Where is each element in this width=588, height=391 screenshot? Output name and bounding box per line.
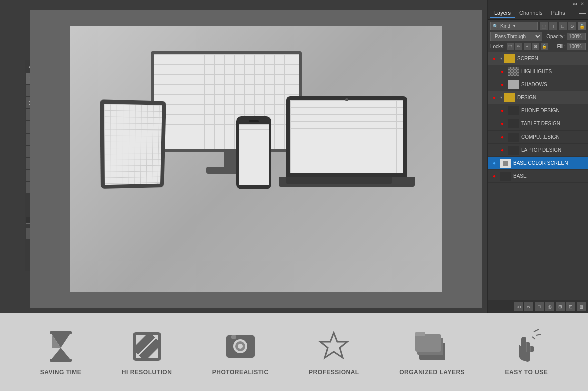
panel-collapse-btn[interactable]: ◂◂: [571, 1, 579, 7]
device-phone: [236, 116, 271, 189]
layer-phone-design[interactable]: ● PHONE DESIGN: [488, 104, 588, 117]
saving-time-icon: [43, 329, 79, 365]
search-kind-label[interactable]: Kind: [500, 23, 510, 29]
layer-eye-shadows[interactable]: ●: [498, 81, 506, 89]
layer-thumb-highlights: [508, 67, 519, 76]
footer-mask-btn[interactable]: □: [535, 302, 544, 311]
tab-channels[interactable]: Channels: [515, 8, 546, 18]
layer-name-design: DESIGN: [517, 95, 586, 100]
layer-eye-highlights[interactable]: ●: [498, 68, 506, 76]
laptop-keyboard: [286, 177, 392, 184]
layer-thumb-base-color: [500, 159, 511, 168]
footer-go-btn[interactable]: GO: [514, 302, 523, 311]
easy-to-use-icon: [508, 329, 544, 365]
tab-layers[interactable]: Layers: [490, 8, 515, 18]
lock-transparent[interactable]: ⬚: [507, 43, 514, 50]
professional-icon: [316, 329, 352, 365]
locks-row: Locks: ⬚ ✏ + ⊡ 🔒 Fill:: [490, 43, 586, 50]
layer-compu-design[interactable]: ● COMPU...ESIGN: [488, 131, 588, 144]
search-container: 🔍 Kind ▾: [490, 22, 538, 30]
layer-name-laptop-design: LAPTOP DESIGN: [521, 147, 586, 153]
hi-resolution-label: HI RESOLUTION: [122, 369, 172, 376]
search-dropdown-icon[interactable]: ▾: [513, 24, 515, 28]
layer-name-base: BASE: [513, 173, 586, 179]
lock-image[interactable]: ✏: [515, 43, 522, 50]
layer-type-shape[interactable]: □: [559, 22, 567, 30]
footer-fx-btn[interactable]: fx: [524, 302, 533, 311]
layer-type-text[interactable]: T: [549, 22, 557, 30]
panel-close-btn[interactable]: ✕: [579, 1, 586, 7]
svg-rect-18: [415, 334, 441, 352]
opacity-input[interactable]: [567, 33, 586, 40]
laptop-screen-part: [286, 96, 407, 177]
organized-layers-label: ORGANIZED LAYERS: [399, 369, 465, 376]
layer-design[interactable]: ● ▾ DESIGN: [488, 91, 588, 104]
layer-type-pixel[interactable]: ⬚: [540, 22, 548, 30]
easy-to-use-label: EASY TO USE: [505, 369, 548, 376]
svg-line-21: [536, 334, 541, 335]
layer-eye-phone-design[interactable]: ●: [498, 107, 506, 115]
layer-eye-design[interactable]: ●: [490, 94, 498, 102]
photorealistic-label: PHOTOREALISTIC: [212, 369, 269, 376]
device-laptop: [286, 96, 427, 197]
layer-name-compu-design: COMPU...ESIGN: [521, 134, 586, 140]
monitor-screen-grid: [154, 54, 299, 149]
blend-opacity-row: Pass Through Opacity:: [490, 32, 586, 41]
layer-thumb-shadows: [508, 80, 519, 89]
lock-all[interactable]: 🔒: [541, 43, 548, 50]
feature-hi-resolution: HI RESOLUTION: [122, 329, 172, 376]
layer-laptop-design[interactable]: ● LAPTOP DESIGN: [488, 144, 588, 157]
laptop-base: [279, 177, 415, 187]
search-row: 🔍 Kind ▾ ⬚ T □ ⊙ 🔒: [490, 22, 586, 30]
layer-eye-laptop-design[interactable]: ●: [498, 146, 506, 154]
blend-mode-select[interactable]: Pass Through: [490, 32, 542, 41]
layer-eye-tablet-design[interactable]: ●: [498, 120, 506, 128]
feature-organized-layers: ORGANIZED LAYERS: [399, 329, 465, 376]
phone-screen: [239, 124, 269, 185]
footer-delete-btn[interactable]: 🗑: [577, 302, 586, 311]
layer-type-lock[interactable]: 🔒: [578, 22, 586, 30]
panel-menu-icon[interactable]: [579, 10, 586, 17]
professional-label: PROFESSIONAL: [309, 369, 359, 376]
layer-shadows[interactable]: ● SHADOWS: [488, 78, 588, 91]
layer-eye-base[interactable]: ●: [490, 172, 498, 180]
footer-new-layer-btn[interactable]: ⊡: [566, 302, 575, 311]
layer-eye-base-color[interactable]: ●: [490, 159, 498, 167]
svg-rect-19: [415, 332, 425, 336]
panel-controls: 🔍 Kind ▾ ⬚ T □ ⊙ 🔒 Pass Through Opacity:: [488, 20, 588, 52]
layer-name-tablet-design: TABLET DESIGN: [521, 121, 586, 126]
layer-highlights[interactable]: ● HIGHLIGHTS: [488, 65, 588, 78]
layer-thumb-screen: [504, 54, 515, 63]
footer-adjustment-btn[interactable]: ◎: [545, 302, 554, 311]
svg-rect-12: [231, 335, 236, 339]
layer-eye-screen[interactable]: ●: [490, 55, 498, 63]
canvas: [70, 26, 442, 292]
fill-input[interactable]: [567, 43, 586, 50]
device-tablet: [101, 101, 166, 189]
panel-footer: GO fx □ ◎ ⊞ ⊡ 🗑: [488, 300, 588, 313]
photoshop-workspace: ◂◂ ✕ ⬚ ✛ ⌒ ✲ ⛶ ⁘ ✻ ✏ ⎌ ⟳ ◻ ▤ ● ◑: [0, 0, 588, 313]
phone-body: [236, 116, 271, 189]
svg-rect-0: [50, 331, 72, 334]
locks-label: Locks:: [490, 44, 505, 49]
tab-paths[interactable]: Paths: [547, 8, 569, 18]
organized-layers-icon: [414, 329, 450, 365]
footer-group-btn[interactable]: ⊞: [556, 302, 565, 311]
monitor-screen: [151, 51, 302, 152]
layer-eye-compu-design[interactable]: ●: [498, 133, 506, 141]
layer-screen[interactable]: ● ▾ SCREEN: [488, 52, 588, 65]
lock-position[interactable]: +: [524, 43, 531, 50]
feature-saving-time: SAVING TIME: [40, 329, 82, 376]
layer-thumb-laptop-design: [508, 146, 519, 155]
layer-base[interactable]: ● BASE: [488, 170, 588, 183]
feature-easy-to-use: EASY TO USE: [505, 329, 548, 376]
layer-name-highlights: HIGHLIGHTS: [521, 69, 586, 74]
layer-name-phone-design: PHONE DESIGN: [521, 108, 586, 113]
layer-base-color-screen[interactable]: ● BASE COLOR SCREEN: [488, 157, 588, 170]
feature-photorealistic: PHOTOREALISTIC: [212, 329, 269, 376]
layer-type-smart[interactable]: ⊙: [568, 22, 576, 30]
panel-type-icons: ⬚ T □ ⊙ 🔒: [540, 22, 586, 30]
lock-artboard[interactable]: ⊡: [532, 43, 539, 50]
layer-tablet-design[interactable]: ● TABLET DESIGN: [488, 117, 588, 131]
tablet-screen: [104, 104, 162, 185]
